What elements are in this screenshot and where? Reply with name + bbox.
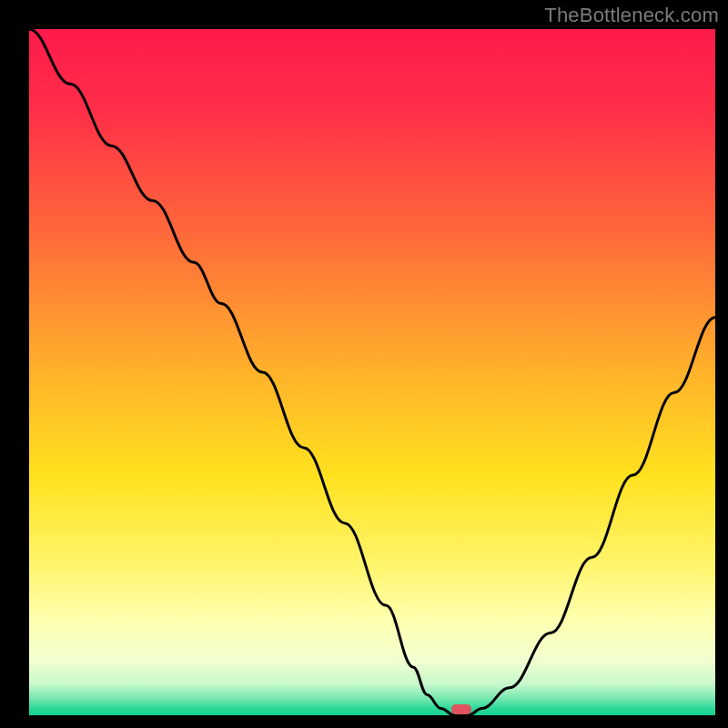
plot-background bbox=[29, 29, 715, 715]
bottleneck-chart bbox=[0, 0, 728, 728]
chart-container: TheBottleneck.com bbox=[0, 0, 728, 728]
optimal-marker bbox=[451, 704, 471, 714]
